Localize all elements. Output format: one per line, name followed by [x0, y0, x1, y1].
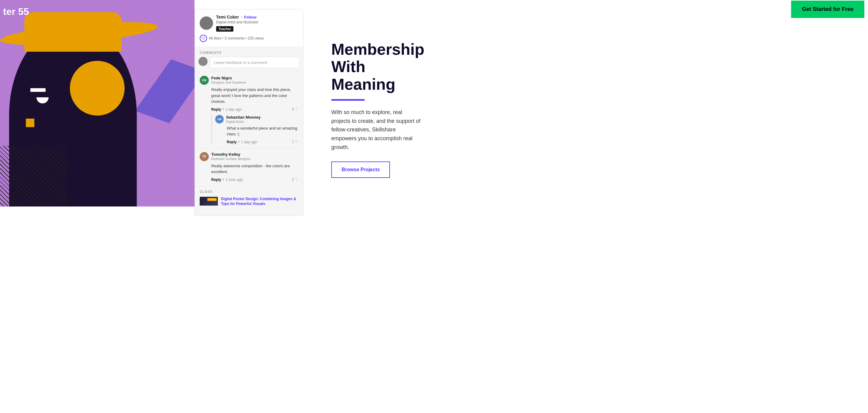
- class-title[interactable]: Digital Poster Design: Combining Images …: [221, 197, 298, 206]
- commenter-avatar-2: TK: [200, 152, 209, 161]
- commenter-role: Designer and Gardener: [211, 81, 246, 84]
- comment-item: FN Fede Nigro Designer and Gardener Real…: [195, 72, 303, 148]
- comment-actions-2: Reply • 1 hour ago 2 ♡: [211, 177, 298, 182]
- replier-initials: SM: [217, 118, 222, 121]
- separator: •: [238, 139, 241, 144]
- reply-link[interactable]: Reply: [211, 107, 221, 112]
- nested-reply: SM Sebaztian Mooney Digital Artist What …: [211, 115, 298, 144]
- comments-label: COMMENTS: [195, 47, 303, 57]
- replier-avatar: SM: [215, 115, 224, 123]
- yellow-circle: [70, 61, 125, 116]
- avatar-image: [200, 17, 213, 30]
- heading-line2: With Meaning: [331, 58, 395, 93]
- browse-projects-button[interactable]: Browse Projects: [331, 161, 390, 178]
- reply-header: SM Sebaztian Mooney Digital Artist: [215, 115, 298, 123]
- reply-time-group2: Reply • 1 day ago: [227, 139, 257, 144]
- nose-rect: [30, 88, 45, 92]
- replier-role: Digital Artist: [226, 120, 260, 123]
- user-role: Digital Artist and Illustrator: [216, 20, 298, 24]
- main-heading: Membership With Meaning: [331, 41, 422, 93]
- like-number: 2: [292, 107, 294, 111]
- artwork-title: ter 55: [3, 6, 29, 17]
- hat-top: [24, 12, 122, 52]
- stats-text: 46 likes • 3 comments • 235 views: [209, 36, 264, 40]
- stats-row: 46 likes • 3 comments • 235 views: [200, 35, 298, 42]
- heart-icon-2[interactable]: ♡: [295, 177, 298, 182]
- comment-header: FN Fede Nigro Designer and Gardener: [200, 76, 298, 85]
- comment-item: TK Tomothy Kelley Illustrator surface de…: [195, 148, 303, 186]
- diagonal-lines-pattern: [0, 146, 67, 206]
- replier-info: Sebaztian Mooney Digital Artist: [226, 115, 260, 123]
- reply-time-3: 1 hour ago: [225, 178, 243, 182]
- current-user-avatar: [198, 57, 208, 66]
- reply-actions: Reply • 1 day ago 1 ♡: [227, 139, 298, 144]
- like-count: 2 ♡: [292, 107, 298, 111]
- reply-like-number: 1: [292, 140, 294, 144]
- comment-text: Really enjoyed your class and love this …: [211, 87, 298, 105]
- class-thumbnail: [200, 197, 218, 206]
- avatar-initials: FN: [202, 79, 206, 82]
- commenter-name: Fede Nigro: [211, 76, 246, 80]
- avatar: [200, 17, 213, 30]
- class-text: Digital Poster Design: Combining Images …: [221, 197, 298, 206]
- commenter-role-2: Illustrator surface designer: [211, 157, 251, 160]
- artwork-panel: ter 55: [0, 0, 194, 206]
- reply-heart-icon[interactable]: ♡: [295, 140, 298, 144]
- commenter-name-2: Tomothy Kelley: [211, 152, 251, 157]
- follow-link[interactable]: Follow: [244, 15, 256, 20]
- separator: •: [222, 177, 225, 182]
- comment-input[interactable]: Leave feedback or a comment: [210, 57, 299, 68]
- accent-line: [331, 99, 365, 101]
- heading-line1: Membership: [331, 40, 424, 58]
- user-name: Temi Coker: [216, 14, 239, 20]
- yellow-square-detail: [26, 119, 34, 127]
- separator: •: [222, 107, 225, 112]
- panel-header: Temi Coker · Follow Digital Artist and I…: [195, 9, 303, 47]
- user-info-row: Temi Coker · Follow Digital Artist and I…: [200, 14, 298, 32]
- reply-time: 1 day ago: [225, 107, 242, 112]
- like-number-2: 2: [292, 177, 294, 182]
- class-label: CLASS: [200, 190, 298, 194]
- reply-time-group3: Reply • 1 hour ago: [211, 177, 243, 182]
- reply-link-3[interactable]: Reply: [211, 178, 221, 182]
- separator: ·: [241, 14, 242, 20]
- description-text: With so much to explore, real projects t…: [331, 108, 422, 152]
- commenter-info-2: Tomothy Kelley Illustrator surface desig…: [211, 152, 251, 160]
- comment-actions: Reply • 1 day ago 2 ♡: [211, 107, 298, 112]
- heart-icon-small[interactable]: ♡: [295, 107, 298, 111]
- reply-time-2: 1 day ago: [241, 140, 257, 144]
- comment-text-2: Really awesome composition - the colors …: [211, 163, 298, 175]
- class-info-row: Digital Poster Design: Combining Images …: [200, 197, 298, 206]
- user-name-block: Temi Coker · Follow Digital Artist and I…: [216, 14, 298, 32]
- comments-list: FN Fede Nigro Designer and Gardener Real…: [195, 72, 303, 206]
- commenter-info: Fede Nigro Designer and Gardener: [211, 76, 246, 84]
- user-name-row: Temi Coker · Follow: [216, 14, 298, 20]
- comments-panel: Temi Coker · Follow Digital Artist and I…: [194, 9, 303, 206]
- replier-name: Sebaztian Mooney: [226, 115, 260, 120]
- class-section: CLASS Digital Poster Design: Combining I…: [195, 186, 303, 206]
- like-button[interactable]: [200, 35, 207, 42]
- comment-header-2: TK Tomothy Kelley Illustrator surface de…: [200, 152, 298, 161]
- commenter-avatar: FN: [200, 76, 209, 85]
- like-count-2: 2 ♡: [292, 177, 298, 182]
- comment-input-row: Leave feedback or a comment: [195, 57, 303, 72]
- reply-text: What a wonderful piece and an amazing cl…: [227, 125, 298, 137]
- reply-time-group: Reply • 1 day ago: [211, 107, 242, 112]
- teacher-badge: Teacher: [216, 26, 234, 32]
- avatar-initials-2: TK: [202, 155, 206, 158]
- reply-like-count: 1 ♡: [292, 140, 298, 144]
- right-panel: Membership With Meaning With so much to …: [319, 0, 434, 206]
- reply-link-2[interactable]: Reply: [227, 140, 237, 144]
